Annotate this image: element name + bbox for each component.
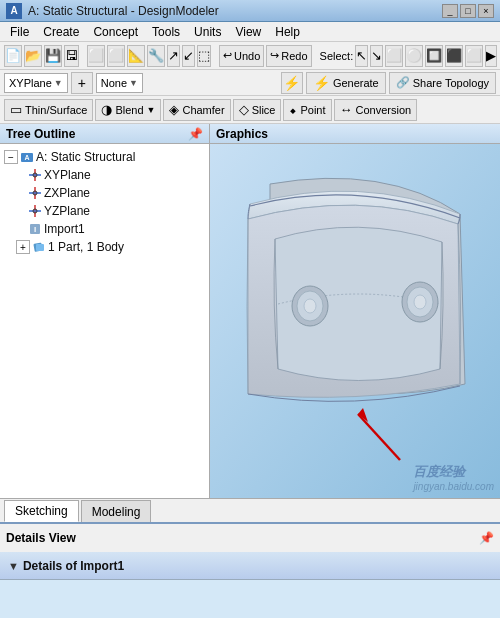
save-btn[interactable]: 💾 <box>44 45 62 67</box>
tree-icon-body <box>32 240 46 254</box>
share-icon: 🔗 <box>396 76 410 89</box>
tree-item-import1[interactable]: I Import1 <box>0 220 209 238</box>
menu-tools[interactable]: Tools <box>146 23 186 41</box>
tree-item-zxplane[interactable]: ZXPlane <box>0 184 209 202</box>
conversion-label: Conversion <box>356 104 412 116</box>
graphics-viewport[interactable]: 百度经验 jingyan.baidu.com <box>210 144 500 498</box>
toolbar2: XYPlane ▼ + None ▼ ⚡ ⚡ Generate 🔗 Share … <box>0 70 500 96</box>
tab-sketching[interactable]: Sketching <box>4 500 79 522</box>
icon2[interactable]: ⬜ <box>107 45 125 67</box>
redo-icon: ↪ <box>270 49 279 62</box>
blend-arrow: ▼ <box>147 105 156 115</box>
icon1[interactable]: ⬜ <box>87 45 105 67</box>
maximize-button[interactable]: □ <box>460 4 476 18</box>
watermark-line2: jingyan.baidu.com <box>413 481 494 492</box>
new-btn[interactable]: 📄 <box>4 45 22 67</box>
none-dropdown[interactable]: None ▼ <box>96 73 143 93</box>
left-panel: Tree Outline 📌 − A A: Static Structural <box>0 124 210 498</box>
tree-header-label: Tree Outline <box>6 127 75 141</box>
tree-header: Tree Outline 📌 <box>0 124 209 144</box>
plane-add-btn[interactable]: + <box>71 72 93 94</box>
details-title-row: ▼ Details of Import1 <box>0 552 500 580</box>
thin-surface-button[interactable]: ▭ Thin/Surface <box>4 99 93 121</box>
none-value: None <box>101 77 127 89</box>
icon5[interactable]: ↗ <box>167 45 180 67</box>
tree-item-root[interactable]: − A A: Static Structural <box>0 148 209 166</box>
generate-label: Generate <box>333 77 379 89</box>
tree-item-body[interactable]: + 1 Part, 1 Body <box>0 238 209 256</box>
select-mode7[interactable]: ⬜ <box>465 45 483 67</box>
save2-btn[interactable]: 🖫 <box>64 45 79 67</box>
watermark-line1: 百度经验 <box>413 463 494 481</box>
tree-expand-body[interactable]: + <box>16 240 30 254</box>
details-pin-icon: 📌 <box>479 531 494 545</box>
icon6[interactable]: ↙ <box>182 45 195 67</box>
share-topology-button[interactable]: 🔗 Share Topology <box>389 72 496 94</box>
tree-label-root: A: Static Structural <box>36 150 135 164</box>
plane-dropdown[interactable]: XYPlane ▼ <box>4 73 68 93</box>
tab-modeling[interactable]: Modeling <box>81 500 152 522</box>
redo-label: Redo <box>281 50 307 62</box>
point-label: Point <box>300 104 325 116</box>
menu-create[interactable]: Create <box>37 23 85 41</box>
title-text: A: Static Structural - DesignModeler <box>28 4 442 18</box>
blend-icon: ◑ <box>101 102 112 117</box>
generate-icon: ⚡ <box>313 75 330 91</box>
menu-help[interactable]: Help <box>269 23 306 41</box>
slice-icon: ◇ <box>239 102 249 117</box>
close-button[interactable]: × <box>478 4 494 18</box>
details-expand-icon[interactable]: ▼ <box>8 560 19 572</box>
conversion-button[interactable]: ↔ Conversion <box>334 99 418 121</box>
point-button[interactable]: ⬥ Point <box>283 99 331 121</box>
window-controls: _ □ × <box>442 4 494 18</box>
select-mode4[interactable]: ⚪ <box>405 45 423 67</box>
slice-label: Slice <box>252 104 276 116</box>
menu-concept[interactable]: Concept <box>87 23 144 41</box>
select-mode2[interactable]: ↘ <box>370 45 383 67</box>
generate-button[interactable]: ⚡ Generate <box>306 72 386 94</box>
tree-item-xyplane[interactable]: XYPlane <box>0 166 209 184</box>
select-mode5[interactable]: 🔲 <box>425 45 443 67</box>
tree-icon-xyplane <box>28 168 42 182</box>
menu-file[interactable]: File <box>4 23 35 41</box>
redo-btn[interactable]: ↪ Redo <box>266 45 311 67</box>
minimize-button[interactable]: _ <box>442 4 458 18</box>
thin-surface-label: Thin/Surface <box>25 104 87 116</box>
chamfer-button[interactable]: ◈ Chamfer <box>163 99 230 121</box>
tree-item-yzplane[interactable]: YZPlane <box>0 202 209 220</box>
select-mode3[interactable]: ⬜ <box>385 45 403 67</box>
toolbar3: ▭ Thin/Surface ◑ Blend ▼ ◈ Chamfer ◇ Sli… <box>0 96 500 124</box>
select-label: Select: <box>320 50 354 62</box>
select-mode6[interactable]: ⬛ <box>445 45 463 67</box>
menu-units[interactable]: Units <box>188 23 227 41</box>
graphics-panel: Graphics <box>210 124 500 498</box>
conversion-icon: ↔ <box>340 102 353 117</box>
title-bar: A A: Static Structural - DesignModeler _… <box>0 0 500 22</box>
tab-sketching-label: Sketching <box>15 504 68 518</box>
share-label: Share Topology <box>413 77 489 89</box>
icon3[interactable]: 📐 <box>127 45 145 67</box>
undo-icon: ↩ <box>223 49 232 62</box>
blend-label: Blend <box>115 104 143 116</box>
icon4[interactable]: 🔧 <box>147 45 165 67</box>
select-mode8[interactable]: ▶ <box>485 45 497 67</box>
undo-btn[interactable]: ↩ Undo <box>219 45 264 67</box>
menu-view[interactable]: View <box>229 23 267 41</box>
plane-arrow: ▼ <box>54 78 63 88</box>
toolbar2-icon[interactable]: ⚡ <box>281 72 303 94</box>
graphics-header-label: Graphics <box>216 127 268 141</box>
icon7[interactable]: ⬚ <box>197 45 211 67</box>
slice-button[interactable]: ◇ Slice <box>233 99 282 121</box>
tree-expand-root[interactable]: − <box>4 150 18 164</box>
blend-button[interactable]: ◑ Blend ▼ <box>95 99 161 121</box>
details-title: Details of Import1 <box>23 559 124 573</box>
menu-bar: File Create Concept Tools Units View Hel… <box>0 22 500 42</box>
svg-text:A: A <box>24 154 29 161</box>
tree-content: − A A: Static Structural <box>0 144 209 498</box>
tree-label-body: 1 Part, 1 Body <box>48 240 124 254</box>
app-icon: A <box>6 3 22 19</box>
main-area: Tree Outline 📌 − A A: Static Structural <box>0 124 500 498</box>
details-view-label: Details View <box>6 531 76 545</box>
select-mode1[interactable]: ↖ <box>355 45 368 67</box>
open-btn[interactable]: 📂 <box>24 45 42 67</box>
